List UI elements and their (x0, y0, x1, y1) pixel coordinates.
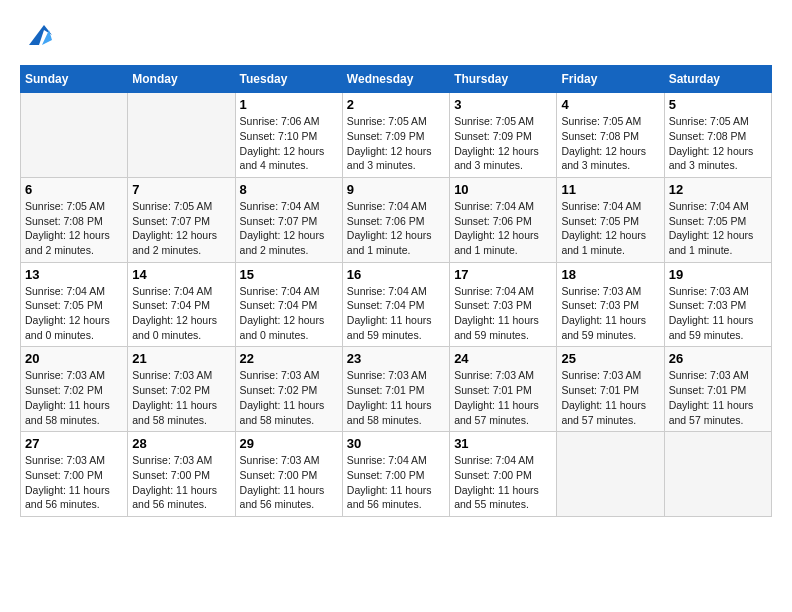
week-row-2: 13Sunrise: 7:04 AM Sunset: 7:05 PM Dayli… (21, 262, 772, 347)
day-cell: 2Sunrise: 7:05 AM Sunset: 7:09 PM Daylig… (342, 93, 449, 178)
day-number: 1 (240, 97, 338, 112)
day-cell: 9Sunrise: 7:04 AM Sunset: 7:06 PM Daylig… (342, 177, 449, 262)
day-number: 5 (669, 97, 767, 112)
day-info: Sunrise: 7:03 AM Sunset: 7:02 PM Dayligh… (240, 368, 338, 427)
weekday-header-monday: Monday (128, 66, 235, 93)
day-info: Sunrise: 7:03 AM Sunset: 7:00 PM Dayligh… (240, 453, 338, 512)
day-number: 24 (454, 351, 552, 366)
day-cell: 10Sunrise: 7:04 AM Sunset: 7:06 PM Dayli… (450, 177, 557, 262)
day-info: Sunrise: 7:04 AM Sunset: 7:04 PM Dayligh… (240, 284, 338, 343)
day-info: Sunrise: 7:03 AM Sunset: 7:01 PM Dayligh… (669, 368, 767, 427)
day-cell: 19Sunrise: 7:03 AM Sunset: 7:03 PM Dayli… (664, 262, 771, 347)
day-cell (664, 432, 771, 517)
weekday-header-sunday: Sunday (21, 66, 128, 93)
day-cell: 23Sunrise: 7:03 AM Sunset: 7:01 PM Dayli… (342, 347, 449, 432)
week-row-3: 20Sunrise: 7:03 AM Sunset: 7:02 PM Dayli… (21, 347, 772, 432)
day-number: 13 (25, 267, 123, 282)
day-number: 11 (561, 182, 659, 197)
day-number: 26 (669, 351, 767, 366)
day-info: Sunrise: 7:04 AM Sunset: 7:00 PM Dayligh… (347, 453, 445, 512)
day-number: 9 (347, 182, 445, 197)
day-info: Sunrise: 7:03 AM Sunset: 7:01 PM Dayligh… (454, 368, 552, 427)
day-number: 31 (454, 436, 552, 451)
day-number: 7 (132, 182, 230, 197)
weekday-header-friday: Friday (557, 66, 664, 93)
day-info: Sunrise: 7:04 AM Sunset: 7:04 PM Dayligh… (347, 284, 445, 343)
day-number: 12 (669, 182, 767, 197)
day-number: 17 (454, 267, 552, 282)
day-number: 30 (347, 436, 445, 451)
page-header (20, 20, 772, 55)
day-info: Sunrise: 7:06 AM Sunset: 7:10 PM Dayligh… (240, 114, 338, 173)
weekday-header-tuesday: Tuesday (235, 66, 342, 93)
day-cell: 21Sunrise: 7:03 AM Sunset: 7:02 PM Dayli… (128, 347, 235, 432)
day-number: 20 (25, 351, 123, 366)
day-info: Sunrise: 7:04 AM Sunset: 7:00 PM Dayligh… (454, 453, 552, 512)
day-number: 29 (240, 436, 338, 451)
day-info: Sunrise: 7:04 AM Sunset: 7:04 PM Dayligh… (132, 284, 230, 343)
day-cell: 31Sunrise: 7:04 AM Sunset: 7:00 PM Dayli… (450, 432, 557, 517)
day-info: Sunrise: 7:04 AM Sunset: 7:05 PM Dayligh… (25, 284, 123, 343)
day-info: Sunrise: 7:05 AM Sunset: 7:09 PM Dayligh… (347, 114, 445, 173)
day-number: 27 (25, 436, 123, 451)
day-number: 2 (347, 97, 445, 112)
day-info: Sunrise: 7:05 AM Sunset: 7:08 PM Dayligh… (25, 199, 123, 258)
day-cell: 20Sunrise: 7:03 AM Sunset: 7:02 PM Dayli… (21, 347, 128, 432)
day-number: 22 (240, 351, 338, 366)
day-info: Sunrise: 7:03 AM Sunset: 7:00 PM Dayligh… (132, 453, 230, 512)
day-number: 3 (454, 97, 552, 112)
day-info: Sunrise: 7:05 AM Sunset: 7:08 PM Dayligh… (669, 114, 767, 173)
day-cell: 16Sunrise: 7:04 AM Sunset: 7:04 PM Dayli… (342, 262, 449, 347)
day-cell: 4Sunrise: 7:05 AM Sunset: 7:08 PM Daylig… (557, 93, 664, 178)
day-cell: 18Sunrise: 7:03 AM Sunset: 7:03 PM Dayli… (557, 262, 664, 347)
day-number: 23 (347, 351, 445, 366)
day-number: 19 (669, 267, 767, 282)
day-number: 8 (240, 182, 338, 197)
day-cell: 3Sunrise: 7:05 AM Sunset: 7:09 PM Daylig… (450, 93, 557, 178)
day-cell: 1Sunrise: 7:06 AM Sunset: 7:10 PM Daylig… (235, 93, 342, 178)
svg-marker-1 (42, 30, 52, 45)
day-cell (21, 93, 128, 178)
logo (20, 20, 54, 55)
day-cell: 26Sunrise: 7:03 AM Sunset: 7:01 PM Dayli… (664, 347, 771, 432)
day-info: Sunrise: 7:05 AM Sunset: 7:08 PM Dayligh… (561, 114, 659, 173)
day-number: 4 (561, 97, 659, 112)
day-info: Sunrise: 7:05 AM Sunset: 7:07 PM Dayligh… (132, 199, 230, 258)
day-cell: 14Sunrise: 7:04 AM Sunset: 7:04 PM Dayli… (128, 262, 235, 347)
day-info: Sunrise: 7:04 AM Sunset: 7:06 PM Dayligh… (454, 199, 552, 258)
week-row-1: 6Sunrise: 7:05 AM Sunset: 7:08 PM Daylig… (21, 177, 772, 262)
day-info: Sunrise: 7:03 AM Sunset: 7:02 PM Dayligh… (132, 368, 230, 427)
day-number: 6 (25, 182, 123, 197)
day-cell: 13Sunrise: 7:04 AM Sunset: 7:05 PM Dayli… (21, 262, 128, 347)
day-info: Sunrise: 7:03 AM Sunset: 7:01 PM Dayligh… (347, 368, 445, 427)
day-cell: 11Sunrise: 7:04 AM Sunset: 7:05 PM Dayli… (557, 177, 664, 262)
day-number: 16 (347, 267, 445, 282)
day-cell (557, 432, 664, 517)
day-number: 25 (561, 351, 659, 366)
day-cell: 12Sunrise: 7:04 AM Sunset: 7:05 PM Dayli… (664, 177, 771, 262)
calendar-table: SundayMondayTuesdayWednesdayThursdayFrid… (20, 65, 772, 517)
day-number: 14 (132, 267, 230, 282)
week-row-4: 27Sunrise: 7:03 AM Sunset: 7:00 PM Dayli… (21, 432, 772, 517)
day-cell: 22Sunrise: 7:03 AM Sunset: 7:02 PM Dayli… (235, 347, 342, 432)
day-cell: 30Sunrise: 7:04 AM Sunset: 7:00 PM Dayli… (342, 432, 449, 517)
day-cell: 28Sunrise: 7:03 AM Sunset: 7:00 PM Dayli… (128, 432, 235, 517)
day-cell (128, 93, 235, 178)
day-cell: 17Sunrise: 7:04 AM Sunset: 7:03 PM Dayli… (450, 262, 557, 347)
day-info: Sunrise: 7:03 AM Sunset: 7:02 PM Dayligh… (25, 368, 123, 427)
weekday-header-saturday: Saturday (664, 66, 771, 93)
weekday-header-thursday: Thursday (450, 66, 557, 93)
day-cell: 15Sunrise: 7:04 AM Sunset: 7:04 PM Dayli… (235, 262, 342, 347)
logo-text (20, 20, 54, 55)
week-row-0: 1Sunrise: 7:06 AM Sunset: 7:10 PM Daylig… (21, 93, 772, 178)
day-info: Sunrise: 7:05 AM Sunset: 7:09 PM Dayligh… (454, 114, 552, 173)
day-info: Sunrise: 7:03 AM Sunset: 7:03 PM Dayligh… (669, 284, 767, 343)
day-info: Sunrise: 7:03 AM Sunset: 7:03 PM Dayligh… (561, 284, 659, 343)
day-cell: 24Sunrise: 7:03 AM Sunset: 7:01 PM Dayli… (450, 347, 557, 432)
day-info: Sunrise: 7:04 AM Sunset: 7:03 PM Dayligh… (454, 284, 552, 343)
logo-icon (24, 20, 54, 50)
day-cell: 25Sunrise: 7:03 AM Sunset: 7:01 PM Dayli… (557, 347, 664, 432)
day-info: Sunrise: 7:04 AM Sunset: 7:07 PM Dayligh… (240, 199, 338, 258)
day-number: 10 (454, 182, 552, 197)
weekday-header-row: SundayMondayTuesdayWednesdayThursdayFrid… (21, 66, 772, 93)
